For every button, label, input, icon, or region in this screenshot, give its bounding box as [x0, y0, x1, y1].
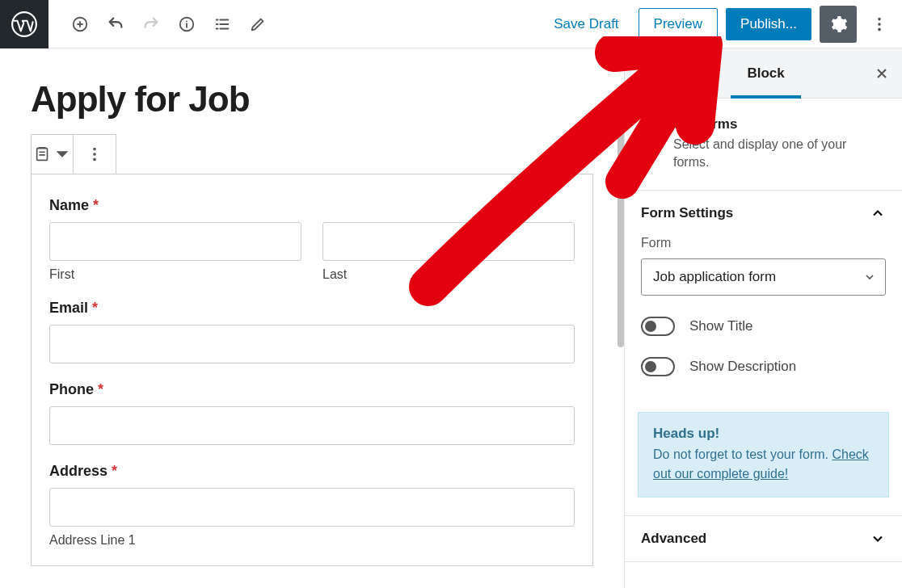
advanced-header[interactable]: Advanced — [625, 516, 902, 561]
form-settings-header[interactable]: Form Settings — [625, 191, 902, 236]
publish-button[interactable]: Publish... — [726, 8, 811, 40]
left-tools — [48, 7, 275, 41]
page-title[interactable]: Apply for Job — [31, 79, 593, 120]
svg-point-7 — [93, 148, 96, 151]
undo-button[interactable] — [99, 7, 133, 41]
settings-button[interactable] — [820, 6, 857, 43]
save-draft-button[interactable]: Save Draft — [542, 10, 630, 39]
block-toolbar — [31, 134, 116, 174]
form-preview: Name * First Last Email * Phone * — [31, 174, 593, 566]
phone-input[interactable] — [49, 406, 575, 445]
address-line1-sublabel: Address Line 1 — [49, 533, 575, 548]
svg-rect-6 — [36, 149, 47, 161]
show-description-toggle[interactable] — [641, 357, 675, 376]
block-description: Select and display one of your forms. — [673, 136, 886, 172]
preview-button[interactable]: Preview — [639, 8, 718, 40]
svg-rect-10 — [644, 120, 658, 136]
block-panel-header: WPForms Select and display one of your f… — [625, 99, 902, 191]
email-label: Email * — [49, 300, 575, 317]
form-select-label: Form — [641, 236, 886, 250]
chevron-up-icon — [870, 205, 886, 221]
heads-up-notice: Heads up! Do not forget to test your for… — [638, 412, 889, 498]
block-more-button[interactable] — [74, 135, 116, 174]
block-type-button[interactable] — [32, 135, 74, 174]
redo-button[interactable] — [134, 7, 168, 41]
notice-text: Do not forget to test your form. — [653, 447, 828, 461]
last-sublabel: Last — [322, 267, 575, 282]
wordpress-logo[interactable] — [0, 0, 48, 48]
top-toolbar: Save Draft Preview Publish... — [0, 0, 902, 48]
scrollbar[interactable] — [617, 105, 624, 347]
settings-sidebar: Document Block WPForms Select and displa… — [624, 48, 902, 588]
tab-block[interactable]: Block — [724, 48, 807, 98]
notice-title: Heads up! — [653, 426, 874, 442]
address-label: Address * — [49, 463, 575, 480]
add-block-button[interactable] — [63, 7, 97, 41]
svg-point-5 — [878, 27, 881, 31]
first-name-input[interactable] — [49, 222, 301, 261]
svg-point-3 — [878, 17, 881, 20]
tab-document[interactable]: Document — [625, 48, 724, 98]
last-name-input[interactable] — [322, 222, 575, 261]
name-label: Name * — [49, 197, 575, 214]
outline-button[interactable] — [205, 7, 239, 41]
phone-label: Phone * — [49, 381, 575, 398]
email-input[interactable] — [49, 325, 575, 363]
svg-point-4 — [878, 23, 881, 26]
wpforms-icon — [641, 118, 662, 139]
first-sublabel: First — [49, 267, 301, 282]
chevron-down-icon — [870, 531, 886, 547]
close-sidebar-button[interactable] — [862, 48, 902, 98]
show-title-toggle[interactable] — [641, 317, 675, 336]
address-line1-input[interactable] — [49, 488, 575, 527]
form-select[interactable]: Job application form — [641, 258, 886, 296]
edit-button[interactable] — [241, 7, 275, 41]
block-name: WPForms — [673, 116, 886, 132]
editor-canvas: Apply for Job Name * First — [0, 48, 624, 588]
more-options-button[interactable] — [865, 6, 894, 43]
show-description-label: Show Description — [689, 359, 796, 375]
right-tools: Save Draft Preview Publish... — [542, 6, 902, 43]
sidebar-tabs: Document Block — [625, 48, 902, 99]
show-title-label: Show Title — [689, 318, 752, 334]
svg-point-8 — [93, 153, 96, 156]
svg-point-9 — [93, 158, 96, 162]
info-button[interactable] — [170, 7, 204, 41]
